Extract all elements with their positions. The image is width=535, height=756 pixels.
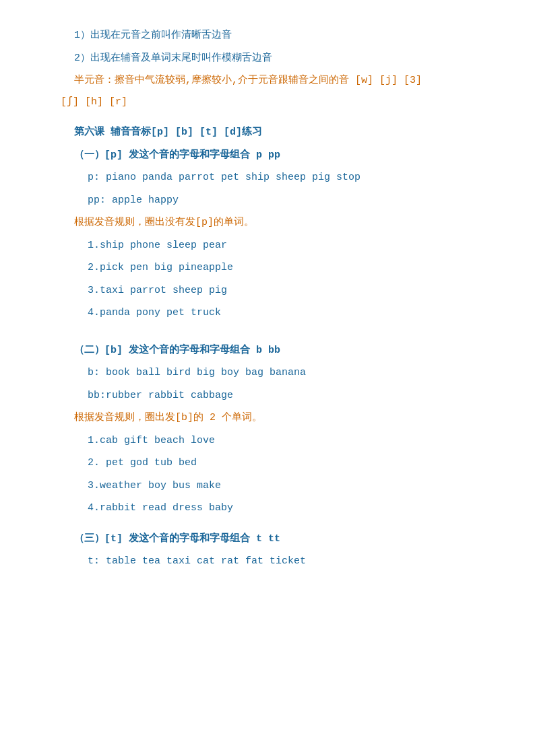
p-exercise-4: 4.panda pony pet truck bbox=[34, 304, 501, 322]
p-instruction: 根据发音规则，圈出没有发[p]的单词。 bbox=[34, 214, 501, 232]
b-exercise-2: 2. pet god tub bed bbox=[34, 454, 501, 472]
b-examples-2: bb:rubber rabbit cabbage bbox=[34, 387, 501, 405]
b-exercise-3: 3.weather boy bus make bbox=[34, 477, 501, 495]
p-examples-1: p: piano panda parrot pet ship sheep pig… bbox=[34, 169, 501, 186]
section-t-title: （三）[t] 发这个音的字母和字母组合 t tt bbox=[34, 530, 501, 548]
p-exercise-1: 1.ship phone sleep pear bbox=[34, 237, 501, 254]
line-3: 半元音：擦音中气流较弱,摩擦较小,介于元音跟辅音之间的音 [w] [j] [3] bbox=[34, 72, 501, 90]
b-instruction: 根据发音规则，圈出发[b]的 2 个单词。 bbox=[34, 409, 501, 427]
section-title-6: 第六课 辅音音标[p] [b] [t] [d]练习 bbox=[34, 124, 501, 141]
p-exercise-2: 2.pick pen big pineapple bbox=[34, 259, 501, 277]
b-examples-1: b: book ball bird big boy bag banana bbox=[34, 364, 501, 382]
line-4: [ʃ] [h] [r] bbox=[34, 94, 501, 111]
b-exercise-1: 1.cab gift beach love bbox=[34, 432, 501, 450]
b-exercise-4: 4.rabbit read dress baby bbox=[34, 500, 501, 517]
main-content: 1）出现在元音之前叫作清晰舌边音 2）出现在辅音及单词末尾时叫作模糊舌边音 半元… bbox=[34, 27, 501, 570]
line-1: 1）出现在元音之前叫作清晰舌边音 bbox=[34, 27, 501, 44]
line-2: 2）出现在辅音及单词末尾时叫作模糊舌边音 bbox=[34, 50, 501, 67]
p-examples-2: pp: apple happy bbox=[34, 192, 501, 209]
t-examples-1: t: table tea taxi cat rat fat ticket bbox=[34, 553, 501, 570]
p-exercise-3: 3.taxi parrot sheep pig bbox=[34, 282, 501, 300]
section-p-title: （一）[p] 发这个音的字母和字母组合 p pp bbox=[34, 147, 501, 164]
section-b-title: （二）[b] 发这个音的字母和字母组合 b bb bbox=[34, 342, 501, 359]
